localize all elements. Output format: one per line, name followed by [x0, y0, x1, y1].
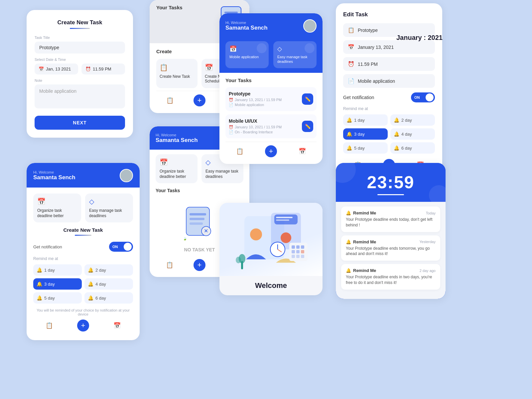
clock-icon-1: ⏰ [229, 98, 233, 102]
notification-label: Get notification [33, 244, 62, 249]
clock-underline [377, 194, 404, 195]
task-title-input[interactable] [35, 42, 125, 54]
svg-point-1 [122, 178, 132, 182]
create-task-title: Create New Task [35, 19, 125, 26]
main-nav-calendar[interactable]: 📅 [299, 148, 306, 155]
nav-calendar-icon[interactable]: 📅 [113, 322, 121, 329]
notify-body: 📅 Organize task deadline better ◇ Easy m… [27, 188, 140, 340]
svg-rect-11 [190, 213, 206, 215]
date-pill[interactable]: 📅 Jan, 13 2021 [35, 64, 78, 74]
task-title-2: Mobile UI/UX [229, 118, 299, 124]
task-title-1: Prototype [229, 91, 299, 96]
bell-icon-2: 🔔 [88, 267, 93, 273]
task-edit-btn-2[interactable]: ✏️ [302, 121, 313, 132]
next-button[interactable]: NEXT [35, 116, 125, 130]
main-app-card: Hi, Welcome Samanta Sench 📅 Mobile appli… [219, 13, 323, 164]
create-task-card: Create New Task Task Title Select Date &… [27, 10, 133, 138]
calendar-icon: 📅 [39, 66, 44, 71]
empty-user-name: Samanta Sench [156, 137, 198, 144]
task-title-label: Task Title [35, 36, 125, 40]
day-btn-4[interactable]: 🔔4 day [84, 278, 133, 290]
feature-banner-2: ◇ Easy manage task deadlines [273, 41, 317, 68]
date-time-row: 📅 Jan, 13 2021 ⏰ 11.59 PM [35, 64, 125, 74]
bell-icon-4: 🔔 [88, 281, 93, 287]
add-create-button[interactable]: + [194, 94, 205, 106]
svg-rect-22 [276, 217, 293, 218]
notif-card-2: 🔔 Remind Me Yesterday Your Prototype dea… [341, 235, 440, 261]
bell-icon-1: 🔔 [37, 267, 42, 273]
welcome-card: Welcome [219, 203, 323, 295]
clock-section: 23:59 [336, 163, 446, 202]
edit-bell-3: 🔔 [346, 131, 352, 137]
edit-bell-1: 🔔 [346, 117, 352, 123]
day-btn-5[interactable]: 🔔5 day [33, 292, 82, 304]
add-task-button[interactable]: + [77, 320, 89, 332]
feature-card-1: 📅 Organize task deadline better [33, 194, 81, 222]
task-edit-btn-1[interactable]: ✏️ [302, 93, 313, 105]
edit-day-btn-6[interactable]: 🔔6 day [390, 142, 435, 154]
edit-day-btn-2[interactable]: 🔔2 day [390, 114, 435, 126]
edit-value-3: 11.59 PM [358, 62, 378, 67]
task-date-1: January 13, 2021 / 11.59 PM [235, 98, 282, 102]
main-add-button[interactable]: + [265, 145, 277, 157]
edit-day-btn-1[interactable]: 🔔1 day [343, 114, 388, 126]
svg-rect-41 [301, 255, 304, 258]
day-btn-3[interactable]: 🔔3 day [33, 278, 82, 290]
edit-value-1: Prototype [358, 28, 378, 33]
empty-add-button[interactable]: + [194, 259, 205, 271]
task-note-text-1: Mobile application [235, 103, 264, 107]
note-field[interactable]: Mobile application [35, 84, 125, 108]
notif-title-2: 🔔 Remind Me [346, 239, 376, 244]
welcome-text: Welcome [219, 276, 323, 295]
banner-text-2: Easy manage task deadlines [277, 55, 313, 64]
task-note-text-2: On - Boarding Interface [235, 130, 273, 134]
notif-text-1: Your Prototype deadline ends today, don'… [346, 217, 436, 228]
notify-row: Get notification ON [33, 242, 133, 252]
task-meta-1: ⏰ January 13, 2021 / 11.59 PM [229, 98, 299, 102]
task-meta-2: ⏰ January 10, 2021 / 11.59 PM [229, 125, 299, 129]
edit-bell-4: 🔔 [394, 131, 399, 137]
edit-toggle-button[interactable]: ON [411, 92, 435, 102]
task-note-1: 📄 Mobile application [229, 103, 299, 107]
notify-underline [75, 235, 91, 236]
notif-header-2: 🔔 Remind Me Yesterday [346, 239, 436, 244]
day-btn-1[interactable]: 🔔1 day [33, 264, 82, 276]
task-date-2: January 10, 2021 / 11.59 PM [235, 125, 282, 129]
day-btn-6[interactable]: 🔔6 day [84, 292, 133, 304]
edit-day-btn-3[interactable]: 🔔3 day [343, 128, 388, 140]
svg-rect-38 [301, 250, 304, 253]
svg-text:✕: ✕ [204, 228, 208, 234]
date-value: Jan, 13 2021 [46, 66, 71, 71]
time-pill[interactable]: ⏰ 11.59 PM [81, 64, 125, 74]
toggle-knob [124, 243, 132, 251]
notif-title-3: 🔔 Remind Me [346, 268, 376, 273]
create-new-task-option[interactable]: 📋 Create New Task [156, 59, 198, 88]
notif-title-1: 🔔 Remind Me [346, 210, 376, 215]
toggle-button[interactable]: ON [109, 242, 133, 252]
welcome-illustration [219, 203, 323, 276]
notif-card-1: 🔔 Remind Me Today Your Prototype deadlin… [341, 206, 440, 232]
edit-day-btn-5[interactable]: 🔔5 day [343, 142, 388, 154]
empty-feature-label-1: Organize task deadline better [160, 169, 194, 179]
feature-grid: 📅 Organize task deadline better ◇ Easy m… [33, 194, 133, 222]
main-nav-clipboard[interactable]: 📋 [236, 148, 243, 155]
nav-clipboard-icon[interactable]: 📋 [46, 322, 53, 329]
svg-rect-12 [190, 218, 204, 220]
notif-section: Get notification ON Remind me at 🔔1 day … [343, 92, 435, 154]
notif-header-1: 🔔 Remind Me Today [346, 210, 436, 215]
main-avatar [303, 19, 317, 33]
nav-icon-left[interactable]: 📋 [166, 97, 174, 104]
create-task-option-label: Create New Task [160, 74, 190, 79]
empty-nav-clipboard[interactable]: 📋 [166, 261, 173, 269]
avatar [120, 169, 133, 182]
task-option-icon: 📋 [160, 64, 168, 71]
reminder-text: You will be reminded of your choice by n… [33, 308, 133, 316]
doc-icon-2: 📄 [229, 130, 233, 134]
edit-day-btn-4[interactable]: 🔔4 day [390, 128, 435, 140]
bell-notif-1: 🔔 [346, 210, 351, 215]
svg-text:🍃: 🍃 [183, 236, 187, 241]
your-tasks-title: Your Tasks [225, 77, 317, 83]
feature-card-2: ◇ Easy manage task deadlines [85, 194, 133, 222]
doc-icon-1: 📄 [229, 103, 233, 107]
day-btn-2[interactable]: 🔔2 day [84, 264, 133, 276]
